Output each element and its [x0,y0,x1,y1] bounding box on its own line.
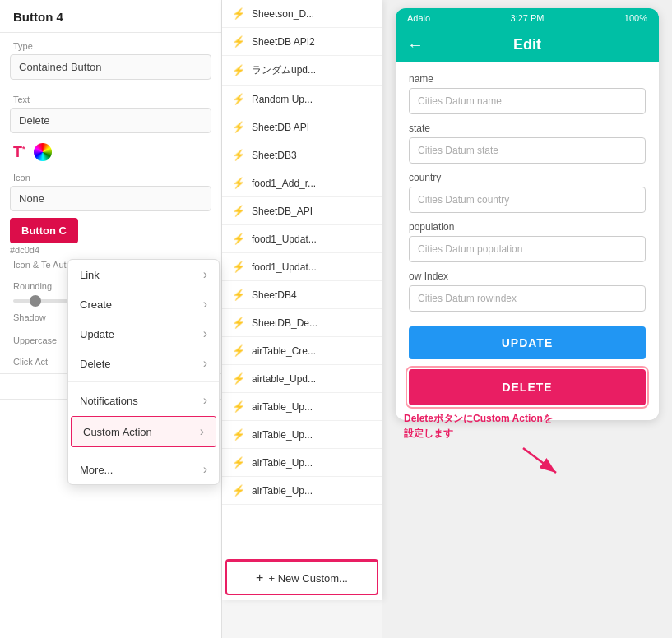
item-label: SheetDB3 [252,150,297,161]
item-label: airTable_Up... [252,457,313,469]
bolt-icon: ⚡ [232,428,245,441]
item-label: ランダムupd... [252,63,316,77]
new-custom-button[interactable]: + + New Custom... [227,561,377,594]
menu-item-create[interactable]: Create [68,289,219,319]
field-input-rowindex[interactable]: Cities Datum rowindex [409,285,646,312]
color-palette-icon[interactable] [34,143,52,161]
bolt-icon: ⚡ [232,261,245,273]
custom-actions-dropdown: ⚡ Sheetson_D... ⚡ SheetDB API2 ⚡ ランダムupd… [222,0,382,600]
menu-item-link[interactable]: Link [68,260,219,289]
delete-button[interactable]: DELETE [409,369,646,405]
bolt-icon: ⚡ [232,121,245,133]
phone-status-bar: Adalo 3:27 PM 100% [396,8,659,28]
list-item[interactable]: ⚡ airtable_Upd... [222,365,382,393]
plus-icon: + [256,571,263,585]
update-button[interactable]: UPDATE [409,326,646,359]
item-label: airTable_Up... [252,485,313,497]
bolt-icon: ⚡ [232,35,245,48]
bolt-icon: ⚡ [232,372,245,385]
menu-more-label: More... [80,464,113,476]
type-input[interactable]: Contained Button [10,54,211,80]
list-item[interactable]: ⚡ airTable_Up... [222,421,382,449]
chevron-right-icon [203,462,207,477]
phone-header-title: Edit [513,36,541,53]
text-input[interactable]: Delete [10,108,211,133]
phone-frame: Adalo 3:27 PM 100% ← Edit name Cities Da… [396,8,659,420]
button-preview[interactable]: Button C [10,218,78,243]
icon-label: Icon [0,164,221,186]
list-item[interactable]: ⚡ SheetDB4 [222,281,382,309]
type-label: Type [0,33,221,54]
rounding-slider-thumb[interactable] [30,295,41,307]
item-label: SheetDB_API [252,206,313,217]
list-item[interactable]: ⚡ SheetDB API2 [222,28,382,56]
form-body: name Cities Datum name state Cities Datu… [396,62,659,420]
phone-header: ← Edit [396,28,659,62]
list-item[interactable]: ⚡ airTable_Up... [222,477,382,505]
item-label: airTable_Up... [252,429,313,441]
phone-area: Adalo 3:27 PM 100% ← Edit name Cities Da… [382,0,672,638]
menu-divider [68,381,219,382]
context-menu: Link Create Update Delete Notifications … [67,259,220,485]
menu-delete-label: Delete [80,358,111,370]
list-item[interactable]: ⚡ Random Up... [222,86,382,113]
bolt-icon: ⚡ [232,456,245,469]
icon-input[interactable]: None [10,186,211,211]
bolt-icon: ⚡ [232,93,245,105]
list-item[interactable]: ⚡ Sheetson_D... [222,0,382,28]
field-input-population[interactable]: Cities Datum population [409,236,646,262]
field-label-name: name [409,73,646,85]
carrier-label: Adalo [407,13,430,23]
field-input-state[interactable]: Cities Datum state [409,137,646,164]
list-item[interactable]: ⚡ food1_Updat... [222,225,382,253]
menu-item-more[interactable]: More... [68,455,219,484]
menu-item-delete[interactable]: Delete [68,349,219,378]
bolt-icon: ⚡ [232,317,245,329]
shadow-label: Shadow [13,312,58,322]
list-item[interactable]: ⚡ food1_Updat... [222,253,382,281]
list-item[interactable]: ⚡ SheetDB API [222,113,382,141]
item-label: airTable_Cre... [252,345,316,357]
back-arrow-icon[interactable]: ← [407,35,424,54]
menu-divider-2 [68,451,219,451]
item-label: food1_Add_r... [252,178,316,189]
new-custom-label: + New Custom... [268,572,347,585]
item-label: SheetDB API2 [252,36,315,48]
field-label-rowindex: ow Index [409,270,646,282]
field-label-state: state [409,123,646,134]
list-item[interactable]: ⚡ SheetDB3 [222,141,382,169]
item-label: SheetDB API [252,122,309,133]
menu-notifications-label: Notifications [80,395,138,407]
menu-link-label: Link [80,269,100,281]
list-item[interactable]: ⚡ airTable_Up... [222,449,382,477]
list-item[interactable]: ⚡ food1_Add_r... [222,169,382,197]
list-item[interactable]: ⚡ airTable_Up... [222,393,382,421]
time-label: 3:27 PM [511,13,545,23]
item-label: Random Up... [252,94,313,105]
panel-title: Button 4 [0,0,221,33]
chevron-right-icon [203,326,207,341]
field-input-country[interactable]: Cities Datum country [409,187,646,213]
menu-item-update[interactable]: Update [68,319,219,349]
button-hash: #dc0d4 [10,245,211,255]
field-input-name[interactable]: Cities Datum name [409,88,646,114]
item-label: Sheetson_D... [252,8,314,20]
chevron-right-icon [203,356,207,371]
menu-item-custom-action[interactable]: Custom Action [71,416,216,447]
item-label: SheetDB4 [252,289,297,301]
field-label-country: country [409,172,646,183]
bolt-icon: ⚡ [232,400,245,413]
bolt-icon: ⚡ [232,205,245,217]
list-item[interactable]: ⚡ SheetDB_API [222,197,382,225]
chevron-right-icon [203,267,207,282]
list-item[interactable]: ⚡ ランダムupd... [222,56,382,86]
item-label: airTable_Up... [252,401,313,413]
menu-item-notifications[interactable]: Notifications [68,386,219,415]
chevron-right-icon [203,393,207,408]
list-item[interactable]: ⚡ SheetDB_De... [222,309,382,337]
list-item[interactable]: ⚡ airTable_Cre... [222,337,382,365]
bolt-icon: ⚡ [232,289,245,301]
item-label: airtable_Upd... [252,373,316,385]
text-format-icon[interactable]: T* [13,144,25,161]
item-label: food1_Updat... [252,233,317,245]
